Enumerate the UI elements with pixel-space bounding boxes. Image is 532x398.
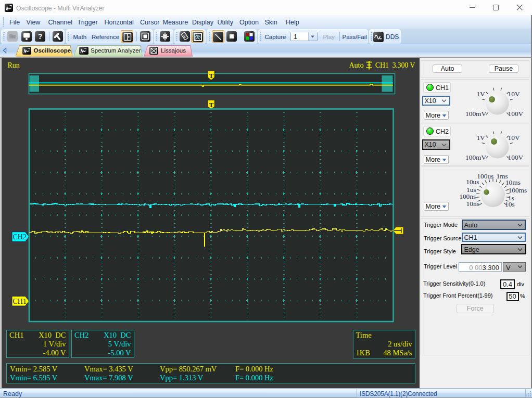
svg-text:CH2: CH2	[13, 233, 27, 241]
svg-text:T: T	[209, 72, 213, 80]
svg-text:CH1: CH1	[13, 298, 27, 305]
svg-text:T: T	[209, 101, 213, 109]
svg-text:E: E	[182, 34, 187, 39]
svg-text:?: ?	[38, 32, 43, 41]
